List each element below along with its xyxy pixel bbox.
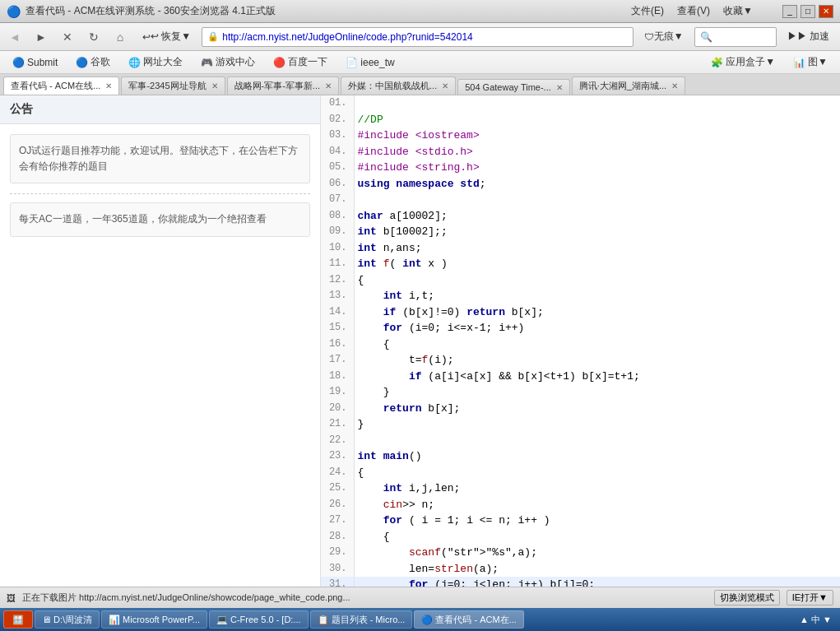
line-code: for ( i = 1; i <= n; i++ ) <box>354 513 840 529</box>
line-code: #include <string.h> <box>354 160 840 176</box>
tab-close-1[interactable]: ✕ <box>211 81 218 90</box>
line-code: for (j=0; j<len; j++) b[j]=0; <box>354 577 840 587</box>
line-number: 27. <box>321 513 354 529</box>
title-bar-left: 🔵 查看代码 - ACM在线评测系统 - 360安全浏览器 4.1正式版 <box>7 4 276 18</box>
taskbar-item-1[interactable]: 📊 Microsoft PowerP... <box>101 610 207 629</box>
sidebar-title: 公告 <box>10 102 33 115</box>
table-row: 05.#include <string.h> <box>321 160 840 176</box>
restore-button[interactable]: ↩ ↩ 恢复▼ <box>135 26 198 48</box>
line-number: 08. <box>321 208 354 225</box>
fav-label-submit: Submit <box>27 57 58 68</box>
line-code: //DP <box>354 112 840 128</box>
line-number: 24. <box>321 465 354 481</box>
table-row: 30. len=strlen(a); <box>321 561 840 578</box>
tab-close-5[interactable]: ✕ <box>671 81 678 90</box>
home-button[interactable]: ⌂ <box>109 26 132 48</box>
close-nav-button[interactable]: ✕ <box>56 26 79 48</box>
table-row: 28. { <box>321 529 840 545</box>
table-row: 25. int i,j,len; <box>321 480 840 497</box>
sidebar-content: OJ试运行题目推荐功能，欢迎试用。登陆状态下，在公告栏下方会有给你推荐的题目 每… <box>0 124 320 587</box>
ie-open-button[interactable]: IE打开▼ <box>787 590 833 605</box>
refresh-button[interactable]: ↻ <box>82 26 105 48</box>
taskbar-item-3[interactable]: 📋 题目列表 - Micro... <box>310 610 413 629</box>
table-row: 08.char a[10002]; <box>321 208 840 225</box>
taskbar-item-2[interactable]: 💻 C-Free 5.0 - [D:... <box>209 610 309 629</box>
fav-label-games: 游戏中心 <box>216 55 255 69</box>
shield-button[interactable]: 🛡 无痕▼ <box>637 26 691 48</box>
fav-item-baidu[interactable]: 🔴 百度一下 <box>267 53 333 72</box>
menu-file[interactable]: 文件(E) <box>631 4 664 18</box>
fav-item-appbox[interactable]: 🧩 应用盒子▼ <box>705 53 781 72</box>
tab-label-2: 战略网-军事-军事新... <box>234 80 321 92</box>
sidebar-divider <box>10 193 310 194</box>
line-code: scanf("str">"%s",a); <box>354 545 840 561</box>
line-code <box>354 433 840 449</box>
tab-3[interactable]: 外媒：中国航载战机... ✕ <box>341 77 456 95</box>
forward-button[interactable]: ► <box>30 26 53 48</box>
taskbar-item-4[interactable]: 🔵 查看代码 - ACM在... <box>414 610 523 629</box>
line-code: int n,ans; <box>354 240 840 257</box>
line-number: 25. <box>321 480 354 497</box>
table-row: 24.{ <box>321 465 840 481</box>
tab-close-4[interactable]: ✕ <box>556 83 563 92</box>
table-row: 21.} <box>321 416 840 433</box>
fav-item-google[interactable]: 🔵 谷歌 <box>70 53 116 72</box>
taskbar-icon-3: 📋 <box>318 615 329 625</box>
back-button[interactable]: ◄ <box>3 26 26 48</box>
line-code: { <box>354 529 840 545</box>
address-bar[interactable]: 🔒 http://acm.nyist.net/JudgeOnline/code.… <box>202 27 633 47</box>
line-code: cin>> n; <box>354 497 840 513</box>
tab-close-2[interactable]: ✕ <box>325 81 332 90</box>
taskbar: 🪟 🖥 D:\周波清 📊 Microsoft PowerP... 💻 C-Fre… <box>0 608 840 631</box>
taskbar-icon-2: 💻 <box>216 615 228 625</box>
line-number: 20. <box>321 401 354 417</box>
line-number: 12. <box>321 272 354 289</box>
table-row: 19. } <box>321 384 840 401</box>
menu-favorites[interactable]: 收藏▼ <box>723 4 753 18</box>
tab-close-0[interactable]: ✕ <box>105 81 112 90</box>
table-row: 06.using namespace std; <box>321 176 840 193</box>
fav-item-games[interactable]: 🎮 游戏中心 <box>195 53 261 72</box>
fav-item-submit[interactable]: 🔵 Submit <box>7 54 63 71</box>
line-code: t=f(i); <box>354 352 840 369</box>
line-number: 01. <box>321 95 354 112</box>
sidebar-notice-1: OJ试运行题目推荐功能，欢迎试用。登陆状态下，在公告栏下方会有给你推荐的题目 <box>10 134 310 183</box>
taskbar-label-1: Microsoft PowerP... <box>123 615 200 624</box>
tab-close-3[interactable]: ✕ <box>442 81 448 90</box>
line-number: 31. <box>321 577 354 587</box>
fav-item-chart[interactable]: 📊 图▼ <box>787 53 833 72</box>
taskbar-icon-0: 🖥 <box>42 615 51 624</box>
fav-item-ieee[interactable]: 📄 ieee_tw <box>340 54 400 71</box>
line-number: 26. <box>321 497 354 513</box>
tab-2[interactable]: 战略网-军事-军事新... ✕ <box>227 77 340 95</box>
nav-bar: ◄ ► ✕ ↻ ⌂ ↩ ↩ 恢复▼ 🔒 http://acm.nyist.net… <box>0 23 840 51</box>
switch-mode-button[interactable]: 切换浏览模式 <box>714 590 780 605</box>
table-row: 12.{ <box>321 272 840 289</box>
menu-view[interactable]: 查看(V) <box>677 4 710 18</box>
tab-4[interactable]: 504 Gateway Time-... ✕ <box>457 79 570 95</box>
status-loading-text: 正在下载图片 http://acm.nyist.net/JudgeOnline/… <box>22 592 350 604</box>
search-bar[interactable]: 🔍 <box>694 27 777 47</box>
fav-icon-url: 🌐 <box>128 57 141 68</box>
start-button[interactable]: 🪟 <box>3 610 33 629</box>
tab-1[interactable]: 军事-2345网址导航 ✕ <box>121 77 225 95</box>
maximize-button[interactable]: □ <box>801 5 815 18</box>
fav-item-url[interactable]: 🌐 网址大全 <box>123 53 188 72</box>
code-area[interactable]: 01. 02.//DP03.#include <iostream>04.#inc… <box>321 95 840 587</box>
main-content: 公告 OJ试运行题目推荐功能，欢迎试用。登陆状态下，在公告栏下方会有给你推荐的题… <box>0 95 840 587</box>
line-number: 14. <box>321 304 354 321</box>
addon-button[interactable]: ▶▶ 加速 <box>780 26 837 48</box>
tab-0[interactable]: 查看代码 - ACM在线... ✕ <box>3 77 119 95</box>
line-number: 05. <box>321 160 354 176</box>
close-button[interactable]: ✕ <box>819 5 833 18</box>
favorites-bar: 🔵 Submit 🔵 谷歌 🌐 网址大全 🎮 游戏中心 🔴 百度一下 📄 iee… <box>0 51 840 74</box>
line-code: int b[10002];; <box>354 224 840 240</box>
minimize-button[interactable]: _ <box>782 5 797 18</box>
chart-icon: 📊 <box>793 57 805 68</box>
tab-5[interactable]: 腾讯·大湘网_湖南城... ✕ <box>572 77 685 95</box>
code-table: 01. 02.//DP03.#include <iostream>04.#inc… <box>321 95 840 587</box>
fav-icon-games: 🎮 <box>201 57 213 68</box>
taskbar-item-0[interactable]: 🖥 D:\周波清 <box>35 610 100 629</box>
tab-label-0: 查看代码 - ACM在线... <box>11 80 100 92</box>
title-bar-right: 文件(E) 查看(V) 收藏▼ _ □ ✕ <box>631 4 833 18</box>
